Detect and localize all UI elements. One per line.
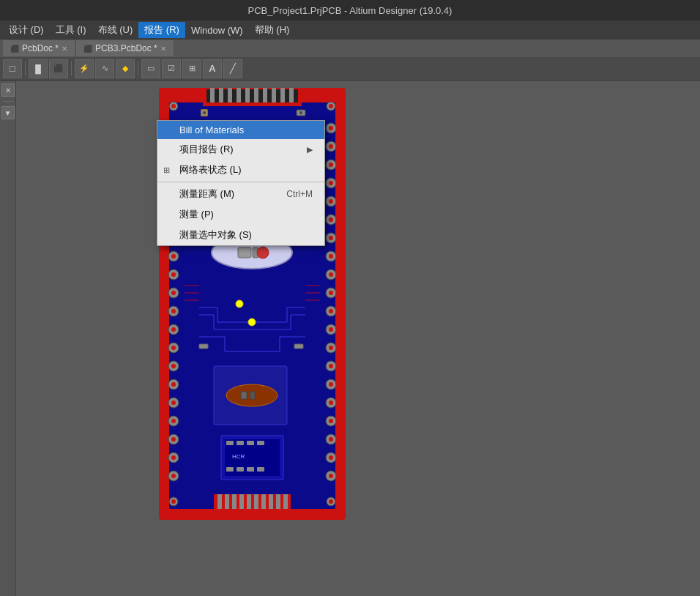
tab-pcbdoc1[interactable]: ⬛ PcbDoc * ✕ xyxy=(3,40,75,56)
dropdown-item-measure[interactable]: 测量 (P) xyxy=(157,204,324,225)
dropdown-item-bom[interactable]: Bill of Materials xyxy=(157,121,324,139)
toolbar-component-btn[interactable]: ⬛ xyxy=(49,59,68,78)
svg-rect-155 xyxy=(269,494,273,509)
svg-point-91 xyxy=(329,455,333,460)
svg-rect-9 xyxy=(254,88,258,103)
svg-point-47 xyxy=(171,419,176,423)
measure-distance-shortcut: Ctrl+M xyxy=(286,189,313,199)
title-bar: PCB_Project1.PrjPCB - Altium Designer (1… xyxy=(0,0,700,21)
svg-point-77 xyxy=(329,327,333,332)
tab-pcbdoc1-icon: ⬛ xyxy=(10,45,19,53)
svg-point-51 xyxy=(171,455,176,460)
title-text: PCB_Project1.PrjPCB - Altium Designer (1… xyxy=(248,5,453,16)
svg-point-29 xyxy=(171,254,176,258)
svg-point-87 xyxy=(329,419,333,423)
svg-point-96 xyxy=(203,111,206,114)
svg-rect-148 xyxy=(217,494,222,509)
menu-bar: 设计 (D) 工具 (I) 布线 (U) 报告 (R) Window (W) 帮… xyxy=(0,21,700,40)
svg-point-69 xyxy=(329,254,333,258)
svg-rect-121 xyxy=(238,247,251,258)
svg-point-65 xyxy=(329,217,333,222)
svg-rect-8 xyxy=(245,88,250,103)
svg-point-33 xyxy=(171,291,176,295)
svg-rect-150 xyxy=(232,494,237,509)
svg-point-85 xyxy=(329,401,333,405)
svg-rect-5 xyxy=(219,88,223,103)
menu-report[interactable]: 报告 (R) xyxy=(138,22,185,38)
svg-rect-139 xyxy=(237,441,244,445)
toolbar-sep3 xyxy=(138,62,138,76)
dropdown-item-measure-distance[interactable]: 测量距离 (M) Ctrl+M xyxy=(157,184,324,204)
toolbar-route-btn[interactable]: ⚡ xyxy=(75,59,94,78)
svg-point-83 xyxy=(329,382,333,387)
svg-point-71 xyxy=(329,272,333,277)
svg-rect-11 xyxy=(272,88,276,103)
tab-pcbdoc3-icon: ⬛ xyxy=(83,45,92,53)
svg-text:HCR: HCR xyxy=(232,453,245,460)
toolbar-graph-btn[interactable]: ⊞ xyxy=(182,59,201,78)
svg-point-98 xyxy=(299,111,302,114)
svg-rect-12 xyxy=(280,88,285,103)
svg-rect-171 xyxy=(294,344,303,349)
tab-pcbdoc3[interactable]: ⬛ PCB3.PcbDoc * ✕ xyxy=(76,40,174,56)
menu-route[interactable]: 布线 (U) xyxy=(92,22,139,38)
svg-rect-157 xyxy=(283,494,288,509)
svg-rect-135 xyxy=(250,392,255,399)
dropdown-item-project-report[interactable]: 项目报告 (R) ▶ xyxy=(157,139,324,160)
svg-point-79 xyxy=(329,346,333,350)
svg-point-43 xyxy=(171,382,176,387)
svg-point-163 xyxy=(171,499,176,504)
sidebar-close-btn[interactable]: ✕ xyxy=(1,83,15,97)
svg-rect-142 xyxy=(226,467,234,472)
svg-rect-170 xyxy=(199,344,208,349)
svg-rect-143 xyxy=(237,467,244,472)
svg-rect-154 xyxy=(261,494,266,509)
svg-point-57 xyxy=(329,144,333,149)
sidebar-dropdown-btn[interactable]: ▼ xyxy=(1,106,15,119)
svg-point-67 xyxy=(329,236,333,240)
toolbar-chart-btn[interactable]: ▐▌ xyxy=(29,59,48,78)
svg-rect-6 xyxy=(228,88,232,103)
svg-point-123 xyxy=(257,247,269,258)
menu-design[interactable]: 设计 (D) xyxy=(3,22,50,38)
toolbar-wave-btn[interactable]: ∿ xyxy=(95,59,114,78)
svg-point-63 xyxy=(329,199,333,204)
svg-point-59 xyxy=(329,163,333,167)
dropdown-item-measure-selected[interactable]: 测量选中对象 (S) xyxy=(157,225,324,245)
netlist-icon: ⊞ xyxy=(163,165,170,175)
svg-rect-145 xyxy=(257,467,264,472)
svg-point-81 xyxy=(329,364,333,368)
menu-help[interactable]: 帮助 (H) xyxy=(249,22,296,38)
svg-point-75 xyxy=(329,309,333,313)
toolbar-pin-btn[interactable]: ◆ xyxy=(116,59,135,78)
tab-pcbdoc1-close[interactable]: ✕ xyxy=(62,45,67,53)
menu-window[interactable]: Window (W) xyxy=(185,23,249,37)
svg-rect-134 xyxy=(241,392,247,399)
toolbar-box-btn[interactable]: ▭ xyxy=(141,59,160,78)
svg-rect-153 xyxy=(254,494,258,509)
toolbar-line-btn[interactable]: ╱ xyxy=(223,59,242,78)
dropdown-item-netlist[interactable]: ⊞ 网络表状态 (L) xyxy=(157,160,324,180)
toolbar-check-btn[interactable]: ☑ xyxy=(162,59,181,78)
svg-rect-7 xyxy=(237,88,241,103)
svg-point-55 xyxy=(329,126,333,130)
left-sidebar: ✕ ▼ xyxy=(0,81,16,596)
svg-point-53 xyxy=(171,474,176,478)
tab-pcbdoc3-close[interactable]: ✕ xyxy=(160,45,166,53)
svg-point-37 xyxy=(171,327,176,332)
svg-point-161 xyxy=(329,104,333,108)
svg-point-39 xyxy=(171,346,176,350)
svg-rect-13 xyxy=(289,88,294,103)
svg-rect-4 xyxy=(210,88,215,103)
toolbar-select-btn[interactable]: □ xyxy=(3,59,22,78)
svg-point-73 xyxy=(329,291,333,295)
menu-tools[interactable]: 工具 (I) xyxy=(50,22,92,38)
toolbar-text-btn[interactable]: A xyxy=(203,59,222,78)
toolbar-sep2 xyxy=(71,62,72,76)
dropdown-separator xyxy=(157,182,324,182)
svg-point-131 xyxy=(248,319,256,326)
tab-bar: ⬛ PcbDoc * ✕ ⬛ PCB3.PcbDoc * ✕ xyxy=(0,40,700,57)
toolbar: □ ▐▌ ⬛ ⚡ ∿ ◆ ▭ ☑ ⊞ A ╱ xyxy=(0,57,700,81)
canvas-area[interactable]: HCR出品 xyxy=(16,81,700,596)
svg-point-159 xyxy=(171,104,176,108)
